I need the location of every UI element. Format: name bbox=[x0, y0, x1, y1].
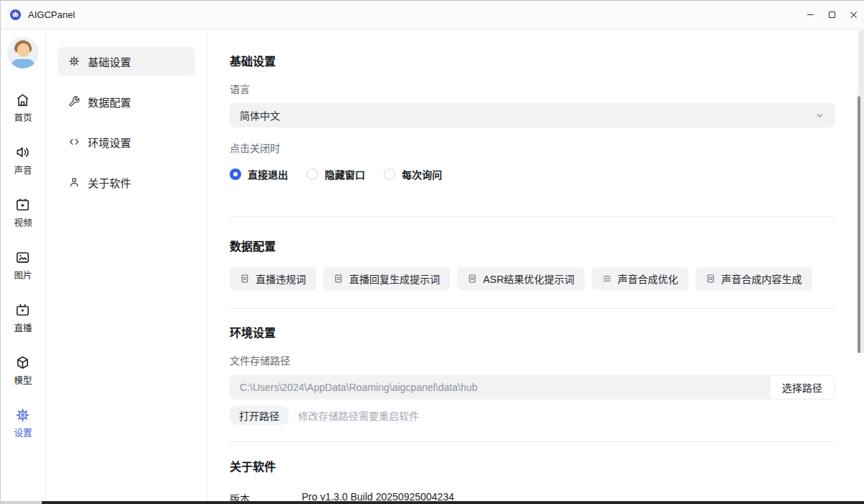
bottom-edge bbox=[1, 501, 864, 504]
avatar[interactable] bbox=[7, 37, 39, 68]
version-row: 版本 Pro v1.3.0 Build 20250925004234 bbox=[230, 491, 835, 502]
maximize-icon bbox=[826, 9, 838, 21]
close-button[interactable] bbox=[842, 1, 864, 29]
image-icon bbox=[15, 250, 30, 265]
rail-nav: 首页 声音 视频 图片 直播 bbox=[14, 92, 32, 439]
restart-hint: 修改存储路径需要重启软件 bbox=[298, 408, 419, 423]
version-value: Pro v1.3.0 Build 20250925004234 bbox=[302, 491, 454, 502]
storage-path-label: 文件存储路径 bbox=[230, 355, 835, 366]
radio-exit-directly[interactable]: 直接退出 bbox=[230, 167, 288, 181]
voice-synth-content-button[interactable]: 声音合成内容生成 bbox=[696, 267, 812, 290]
sidebar-item-image[interactable]: 图片 bbox=[14, 250, 32, 282]
menu-item-data-config[interactable]: 数据配置 bbox=[58, 87, 195, 116]
list-icon bbox=[602, 274, 612, 284]
live-tv-icon bbox=[15, 302, 30, 318]
speaker-icon bbox=[15, 145, 30, 160]
window-controls bbox=[799, 1, 864, 29]
video-icon bbox=[15, 197, 30, 212]
language-label: 语言 bbox=[230, 84, 835, 95]
minimize-icon bbox=[804, 9, 816, 21]
open-path-button[interactable]: 打开路径 bbox=[230, 406, 289, 425]
radio-ask-every-time[interactable]: 每次询问 bbox=[384, 167, 442, 181]
sidebar-item-voice[interactable]: 声音 bbox=[14, 145, 32, 176]
settings-menu: 基础设置 数据配置 环境设置 关于软件 bbox=[46, 30, 207, 502]
language-select[interactable]: 简体中文 bbox=[230, 103, 835, 127]
settings-content: 基础设置 语言 简体中文 点击关闭时 直接退出 隐藏窗口 每次询问 bbox=[207, 30, 864, 502]
section-divider bbox=[230, 216, 835, 217]
menu-item-env-settings[interactable]: 环境设置 bbox=[58, 127, 195, 156]
document-icon bbox=[333, 274, 343, 284]
language-value: 简体中文 bbox=[240, 108, 280, 122]
maximize-button[interactable] bbox=[821, 1, 842, 29]
minimize-button[interactable] bbox=[799, 1, 821, 29]
section-divider bbox=[230, 308, 835, 309]
app-window: AIGCPanel 首页 bbox=[0, 0, 864, 504]
voice-synth-optimize-button[interactable]: 声音合成优化 bbox=[592, 267, 688, 290]
open-path-row: 打开路径 修改存储路径需要重启软件 bbox=[230, 406, 835, 425]
live-banned-words-button[interactable]: 直播违规词 bbox=[230, 267, 316, 290]
sidebar-item-video[interactable]: 视频 bbox=[14, 197, 32, 229]
sidebar-rail: 首页 声音 视频 图片 直播 bbox=[1, 30, 46, 502]
version-label: 版本 bbox=[230, 491, 302, 502]
chevron-down-icon bbox=[814, 110, 825, 121]
scrollbar-thumb[interactable] bbox=[858, 96, 860, 353]
sidebar-item-home[interactable]: 首页 bbox=[14, 92, 32, 124]
storage-path-input[interactable] bbox=[230, 375, 769, 400]
radio-dot bbox=[230, 168, 241, 180]
section-title-about: 关于软件 bbox=[230, 461, 835, 474]
sidebar-item-live[interactable]: 直播 bbox=[14, 302, 32, 334]
document-icon bbox=[706, 274, 716, 284]
radio-dot bbox=[307, 168, 318, 180]
close-behavior-radio-group: 直接退出 隐藏窗口 每次询问 bbox=[230, 167, 835, 181]
radio-hide-window[interactable]: 隐藏窗口 bbox=[307, 167, 365, 181]
app-title: AIGCPanel bbox=[28, 9, 75, 20]
wrench-icon bbox=[68, 96, 80, 107]
model-cube-icon bbox=[15, 355, 30, 370]
choose-path-button[interactable]: 选择路径 bbox=[769, 375, 835, 400]
close-icon bbox=[847, 9, 860, 21]
document-icon bbox=[240, 274, 250, 284]
gear-icon bbox=[15, 408, 30, 423]
document-icon bbox=[467, 274, 477, 284]
asr-optimize-prompt-button[interactable]: ASR结果优化提示词 bbox=[457, 267, 585, 290]
user-icon bbox=[68, 176, 80, 188]
section-title-data: 数据配置 bbox=[230, 240, 835, 253]
gear-icon bbox=[68, 55, 80, 67]
menu-item-about[interactable]: 关于软件 bbox=[58, 168, 195, 197]
title-bar: AIGCPanel bbox=[1, 1, 864, 30]
live-reply-prompt-button[interactable]: 直播回复生成提示词 bbox=[323, 267, 450, 290]
code-icon bbox=[68, 136, 80, 148]
radio-dot bbox=[384, 168, 395, 180]
app-logo-icon bbox=[9, 8, 22, 22]
section-divider bbox=[230, 441, 835, 442]
data-config-buttons: 直播违规词 直播回复生成提示词 ASR结果优化提示词 声音合成优化 声音合成内容… bbox=[230, 267, 835, 290]
section-title-basic: 基础设置 bbox=[230, 55, 835, 68]
sidebar-item-settings[interactable]: 设置 bbox=[14, 408, 32, 439]
menu-item-basic-settings[interactable]: 基础设置 bbox=[58, 47, 195, 76]
home-icon bbox=[15, 92, 30, 107]
sidebar-item-model[interactable]: 模型 bbox=[14, 355, 32, 387]
close-behavior-label: 点击关闭时 bbox=[230, 143, 835, 154]
storage-path-row: 选择路径 bbox=[230, 375, 835, 400]
section-title-env: 环境设置 bbox=[230, 327, 835, 340]
